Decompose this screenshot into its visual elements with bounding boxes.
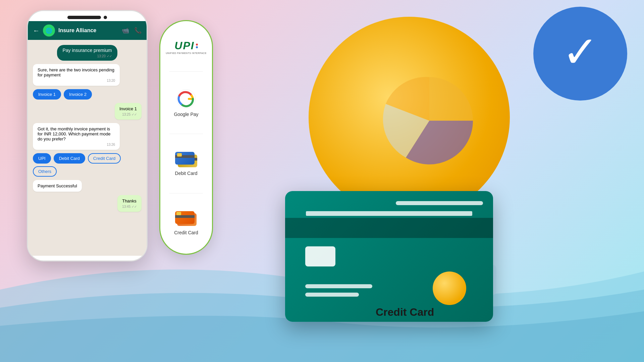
chat-body: Pay insurance premium 13:20 ✓✓ Sure, her… (28, 40, 147, 256)
msg-text: Sure, here are the two invoices pending … (38, 67, 114, 77)
chat-header: ← 🌐 Insure Alliance 📹 📞 (28, 21, 147, 40)
card-light-stripe (306, 211, 472, 216)
divider-1 (169, 71, 203, 72)
gpay-svg (176, 89, 196, 109)
phone-call-icon[interactable]: 📞 (134, 27, 142, 34)
msg-text: Pay insurance premium (62, 48, 112, 53)
others-button[interactable]: Others (33, 166, 57, 177)
msg-payment-mode: Got it, the monthly invoice payment is f… (33, 123, 120, 150)
card-topline (396, 201, 483, 205)
chat-title: Insure Alliance (58, 27, 118, 34)
msg-text: Payment Successful (38, 183, 77, 188)
check-icon: ✓ (562, 30, 599, 74)
msg-time: 13:25 ✓✓ (119, 113, 137, 116)
card-name-line (305, 293, 359, 297)
invoice-buttons: Invoice 1 Invoice 2 (33, 89, 142, 100)
upi-text: UPI (174, 40, 194, 52)
credit-card-option[interactable]: Credit Card (174, 210, 198, 235)
success-check-circle: ✓ (533, 7, 627, 101)
golden-circle (309, 17, 510, 218)
msg-time: 13:20 (38, 79, 115, 82)
notch (67, 16, 101, 19)
credit-card-label-large: Credit Card (376, 306, 434, 318)
msg-time: 13:45 ✓✓ (122, 205, 137, 208)
phone-frame: ← 🌐 Insure Alliance 📹 📞 Pay insurance pr… (27, 10, 148, 261)
right-illustration: ✓ Credit Card (275, 0, 644, 362)
msg-text: Thanks (122, 198, 137, 203)
msg-text: Got it, the monthly invoice payment is f… (38, 126, 111, 141)
credit-card-large (285, 191, 493, 322)
card-gold-circle (433, 272, 466, 305)
credit-card-label: Credit Card (174, 230, 198, 235)
invoice-1-button[interactable]: Invoice 1 (33, 89, 61, 100)
msg-payment-successful: Payment Successful (33, 180, 82, 192)
card-number-line (305, 284, 372, 288)
msg-thanks-sent: Thanks 13:45 ✓✓ (117, 195, 142, 212)
msg-text: Invoice 1 (119, 106, 137, 111)
camera-dot (104, 16, 107, 19)
credit-card-button[interactable]: Credit Card (88, 153, 121, 164)
msg-pay-premium: Pay insurance premium 13:20 ✓✓ (57, 45, 117, 61)
divider-3 (169, 193, 203, 193)
debit-card-label: Debit Card (175, 171, 198, 176)
debit-card-button[interactable]: Debit Card (54, 153, 85, 164)
msg-invoice-1-sent: Invoice 1 13:25 ✓✓ (115, 103, 142, 120)
credit-card-icon (174, 210, 198, 227)
back-arrow-icon[interactable]: ← (33, 27, 40, 35)
upi-subtext: UNIFIED PAYMENTS INTERFACE (166, 52, 207, 54)
upi-logo: UPI UNIFIED PAYMENTS INTERFACE (166, 40, 207, 54)
card-chip (305, 246, 335, 266)
debit-card-option[interactable]: Debit Card (174, 151, 198, 176)
upi-button[interactable]: UPI (33, 153, 51, 164)
debit-card-icon (174, 151, 198, 168)
msg-invoices-intro: Sure, here are the two invoices pending … (33, 64, 120, 86)
pie-chart (379, 70, 480, 171)
msg-time: 13:26 (38, 143, 115, 146)
msg-time: 13:20 ✓✓ (62, 54, 112, 58)
gpay-icon (176, 89, 196, 109)
phone-notch (28, 11, 147, 21)
payment-mode-buttons: UPI Debit Card Credit Card Others (33, 153, 142, 177)
header-action-icons: 📹 📞 (122, 27, 142, 34)
upi-option[interactable]: UPI UNIFIED PAYMENTS INTERFACE (166, 40, 207, 54)
payment-options-pill: UPI UNIFIED PAYMENTS INTERFACE (159, 20, 213, 255)
video-call-icon[interactable]: 📹 (122, 27, 129, 34)
divider-2 (169, 134, 203, 134)
gpay-option[interactable]: Google Pay (174, 89, 198, 117)
invoice-2-button[interactable]: Invoice 2 (64, 89, 92, 100)
avatar: 🌐 (43, 24, 55, 37)
card-dark-stripe (285, 218, 493, 238)
phone-mockup: ← 🌐 Insure Alliance 📹 📞 Pay insurance pr… (27, 10, 148, 261)
gpay-label: Google Pay (174, 112, 198, 117)
